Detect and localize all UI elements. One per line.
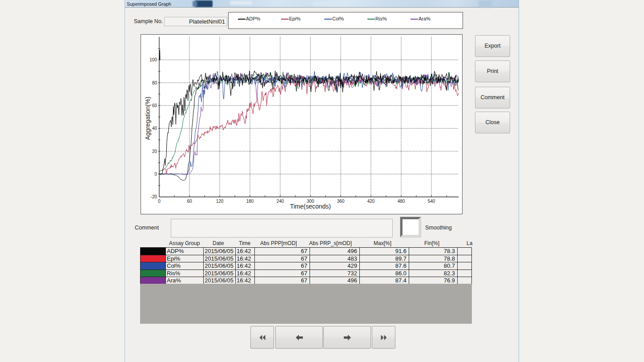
svg-text:240: 240 (277, 199, 284, 204)
svg-text:540: 540 (428, 199, 435, 204)
svg-text:80: 80 (152, 80, 157, 85)
svg-text:60: 60 (187, 199, 192, 204)
svg-text:0: 0 (158, 199, 161, 204)
svg-text:40: 40 (152, 126, 157, 131)
svg-text:360: 360 (337, 199, 345, 204)
svg-text:420: 420 (367, 199, 375, 204)
svg-text:100: 100 (149, 57, 157, 62)
svg-text:0: 0 (154, 172, 157, 177)
svg-text:Time(seconds): Time(seconds) (290, 203, 331, 210)
svg-text:20: 20 (152, 149, 157, 154)
svg-text:480: 480 (398, 199, 405, 204)
svg-text:60: 60 (152, 103, 157, 108)
svg-text:-20: -20 (151, 194, 157, 199)
svg-text:120: 120 (216, 199, 224, 204)
svg-text:180: 180 (246, 199, 254, 204)
